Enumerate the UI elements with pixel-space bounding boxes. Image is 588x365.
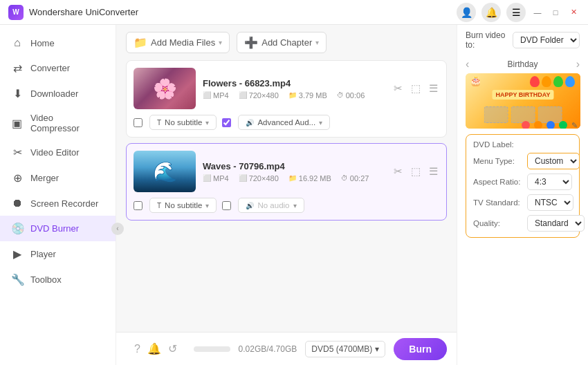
res-icon-2: ⬜: [239, 174, 247, 182]
sidebar-collapse-button[interactable]: ‹: [111, 223, 124, 235]
burn-dest-select[interactable]: DVD Folder: [513, 32, 580, 48]
balloon-blue: [565, 76, 575, 87]
right-panel: Burn video to: DVD Folder ‹ Birthday › 🎂…: [457, 25, 588, 365]
subtitle-button-2[interactable]: T No subtitle ▾: [149, 198, 217, 213]
thumb-flowers-img: 🌸: [134, 68, 196, 109]
sidebar-item-toolbox[interactable]: 🔧 Toolbox: [0, 267, 116, 292]
sidebar-item-player[interactable]: ▶ Player: [0, 241, 116, 267]
crop-icon-1[interactable]: ⬚: [410, 81, 422, 96]
more-icon-2[interactable]: ☰: [428, 164, 439, 179]
dvd-icon: 💿: [11, 222, 24, 235]
subtitle-label-1: No subtitle: [165, 118, 202, 127]
dvd-label-row: DVD Label:: [473, 140, 572, 149]
recorder-icon: ⏺: [11, 197, 24, 209]
audio-icon-1: 🔊: [246, 119, 254, 127]
file-card-bottom-1: T No subtitle ▾ 🔊 Advanced Aud... ▾: [134, 115, 439, 130]
preview-edit-icon[interactable]: ✎: [571, 121, 578, 129]
toolbox-icon: 🔧: [11, 273, 24, 286]
preview-image: 🎂 HAPPY BIRTHDAY ✎: [466, 73, 580, 129]
size-icon-2: 📁: [288, 174, 297, 182]
file-name-1: Flowers - 66823.mp4: [203, 78, 385, 88]
converter-icon: ⇄: [11, 62, 24, 75]
menu-type-row: Menu Type: Custom: [473, 153, 572, 169]
audio-checkbox-1[interactable]: [222, 118, 231, 127]
add-chapter-label: Add Chapter: [261, 37, 312, 48]
aspect-ratio-select[interactable]: 4:3: [527, 174, 572, 190]
sidebar-item-downloader[interactable]: ⬇ Downloader: [0, 81, 116, 106]
sidebar-item-converter[interactable]: ⇄ Converter: [0, 55, 116, 81]
subtitle-text-icon-1: T: [157, 119, 161, 127]
preview-controls: ✎: [522, 121, 578, 129]
compressor-icon: ▣: [11, 117, 24, 130]
audio-checkbox-2[interactable]: [222, 201, 231, 210]
cut-icon-2[interactable]: ✂: [392, 164, 404, 179]
size-info: 0.02GB/4.70GB: [239, 344, 297, 354]
sidebar-item-screen-recorder[interactable]: ⏺ Screen Recorder: [0, 191, 116, 216]
refresh-icon[interactable]: ↺: [168, 342, 177, 355]
subtitle-arrow-1: ▾: [205, 119, 209, 127]
menu-icon[interactable]: ☰: [506, 3, 526, 22]
sidebar: ⌂ Home ⇄ Converter ⬇ Downloader ▣ Video …: [0, 25, 116, 365]
add-chapter-button[interactable]: ➕ Add Chapter ▾: [237, 32, 327, 53]
preview-dot-1[interactable]: [522, 121, 530, 129]
audio-label-2: No audio: [257, 201, 289, 209]
disc-type-label: DVD5 (4700MB): [311, 344, 372, 354]
add-media-arrow: ▾: [219, 39, 222, 46]
help-area: ? 🔔 ↺: [126, 342, 185, 355]
dvd-label-text: DVD Label:: [473, 140, 523, 149]
user-icon[interactable]: 👤: [457, 3, 476, 22]
player-icon: ▶: [11, 247, 24, 261]
sidebar-item-video-compressor[interactable]: ▣ Video Compressor: [0, 106, 116, 140]
toolbar: 📁 Add Media Files ▾ ➕ Add Chapter ▾: [116, 25, 457, 60]
dvd-settings: DVD Label: Menu Type: Custom Aspect Rati…: [466, 134, 580, 238]
disc-select-arrow: ▾: [375, 344, 379, 354]
audio-button-2[interactable]: 🔊 No audio ▾: [238, 198, 304, 213]
bell-icon[interactable]: 🔔: [481, 3, 501, 22]
audio-check-2: [222, 201, 231, 210]
sidebar-item-dvd-burner[interactable]: 💿 DVD Burner ‹: [0, 216, 116, 241]
balloon-red: [530, 76, 540, 87]
res-icon-1: ⬜: [239, 91, 247, 99]
subtitle-arrow-2: ▾: [205, 202, 209, 209]
preview-dot-2[interactable]: [534, 121, 542, 129]
close-button[interactable]: ✕: [567, 6, 580, 19]
subtitle-checkbox-1[interactable]: [134, 118, 143, 127]
file-format-2: ⬜ MP4: [203, 174, 229, 182]
audio-button-1[interactable]: 🔊 Advanced Aud... ▾: [238, 115, 330, 130]
sidebar-item-merger[interactable]: ⊕ Merger: [0, 165, 116, 191]
burn-button[interactable]: Burn: [394, 338, 447, 360]
sidebar-item-home[interactable]: ⌂ Home: [0, 30, 116, 55]
subtitle-label-2: No subtitle: [165, 201, 202, 209]
menu-type-select[interactable]: Custom: [527, 153, 580, 169]
preview-nav-left[interactable]: ‹: [466, 58, 469, 71]
preview-balloons: [530, 76, 575, 87]
maximize-button[interactable]: □: [549, 6, 562, 19]
sidebar-item-video-editor[interactable]: ✂ Video Editor: [0, 140, 116, 165]
quality-select[interactable]: Standard: [527, 215, 585, 232]
more-icon-1[interactable]: ☰: [428, 81, 439, 96]
preview-dot-4[interactable]: [559, 121, 567, 129]
file-res-2: ⬜ 720×480: [239, 174, 279, 182]
sidebar-label-home: Home: [30, 38, 55, 48]
subtitle-checkbox-2[interactable]: [134, 201, 143, 210]
file-size-1: 📁 3.79 MB: [288, 91, 327, 100]
editor-icon: ✂: [11, 146, 24, 159]
disc-select[interactable]: DVD5 (4700MB) ▾: [305, 341, 385, 357]
help-icon[interactable]: ?: [134, 343, 140, 355]
notification-icon[interactable]: 🔔: [147, 342, 161, 355]
preview-nav-right[interactable]: ›: [576, 58, 580, 71]
tv-standard-select[interactable]: NTSC: [527, 194, 573, 211]
add-media-button[interactable]: 📁 Add Media Files ▾: [126, 32, 230, 53]
preview-dot-3[interactable]: [546, 121, 555, 129]
minimize-button[interactable]: —: [531, 6, 544, 19]
audio-label-1: Advanced Aud...: [257, 118, 315, 127]
file-card-bottom-2: T No subtitle ▾ 🔊 No audio ▾: [134, 198, 439, 213]
cut-icon-1[interactable]: ✂: [392, 81, 404, 96]
file-meta-2: ⬜ MP4 ⬜ 720×480 📁 16.92 MB: [203, 174, 385, 182]
crop-icon-2[interactable]: ⬚: [410, 164, 422, 179]
subtitle-button-1[interactable]: T No subtitle ▾: [149, 115, 217, 130]
menu-type-label: Menu Type:: [473, 157, 523, 165]
file-card-2: 🌊 Waves - 70796.mp4 ⬜ MP4 ⬜ 720×480: [126, 143, 447, 221]
placeholder-1: [484, 106, 508, 123]
file-actions-2: ✂ ⬚ ☰: [392, 164, 439, 179]
